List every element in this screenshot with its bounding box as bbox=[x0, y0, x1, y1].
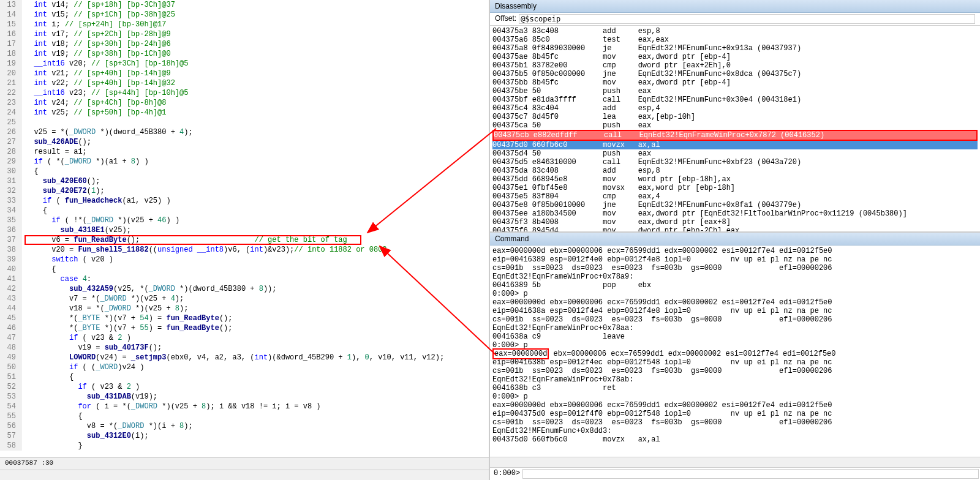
disasm-line[interactable]: 004375e5 83f804 cmp eax,4 bbox=[492, 192, 978, 201]
code-line-50[interactable]: 50 if ( (_WORD)v24 ) bbox=[0, 362, 489, 372]
command-input[interactable] bbox=[522, 469, 979, 479]
code-line-14[interactable]: 14 int v15; // [sp+1Ch] [bp-38h]@25 bbox=[0, 10, 489, 20]
disasm-line[interactable]: 004375e1 0fbf45e8 movsx eax,word ptr [eb… bbox=[492, 184, 978, 192]
code-line-24[interactable]: 24 int v25; // [sp+50h] [bp-4h]@1 bbox=[0, 108, 489, 118]
line-number: 18 bbox=[0, 49, 21, 59]
code-line-44[interactable]: 44 v18 = *(_DWORD *)(v25 + 8); bbox=[0, 304, 489, 313]
disasm-line[interactable]: 004375b5 0f850c000000 jne EqnEdt32!MFEnu… bbox=[492, 70, 978, 78]
disasm-highlight-line[interactable]: 004375cb e882edfdff call EqnEdt32!EqnFra… bbox=[492, 130, 978, 141]
code-text: v7 = *(_DWORD *)(v25 + 4); bbox=[21, 294, 489, 304]
code-line-51[interactable]: 51 { bbox=[0, 372, 489, 382]
disasm-line[interactable]: 004375e8 0f85b0010000 jne EqnEdt32!MFEnu… bbox=[492, 201, 978, 209]
disasm-line[interactable]: 004375ee a180b34500 mov eax,dword ptr [E… bbox=[492, 209, 978, 218]
cmd-line: EqnEdt32!EqnFrameWinProc+0x78a9: bbox=[492, 272, 978, 281]
code-line-17[interactable]: 17 int v18; // [sp+30h] [bp-24h]@6 bbox=[0, 39, 489, 49]
code-listing[interactable]: 13 int v14; // [sp+18h] [bp-3Ch]@3714 in… bbox=[0, 0, 489, 457]
disasm-line[interactable]: 004375f6 8945d4 mov dword ptr [ebp-2Ch],… bbox=[492, 227, 978, 231]
code-line-52[interactable]: 52 if ( v23 & 2 ) bbox=[0, 382, 489, 392]
code-line-46[interactable]: 46 *(_BYTE *)(v7 + 55) = fun_ReadByte(); bbox=[0, 323, 489, 333]
offset-input[interactable] bbox=[519, 14, 975, 24]
code-line-20[interactable]: 20 int v21; // [sp+40h] [bp-14h]@9 bbox=[0, 69, 489, 78]
code-line-49[interactable]: 49 LOWORD(v24) = _setjmp3(ebx0, v4, a2, … bbox=[0, 353, 489, 362]
code-line-27[interactable]: 27 sub_426ADE(); bbox=[0, 137, 489, 147]
disasm-line[interactable]: 004375d5 e846310000 call EqnEdt32!MFEnum… bbox=[492, 158, 978, 167]
disasm-line[interactable]: 004375a6 85c0 test eax,eax bbox=[492, 36, 978, 44]
disasm-line[interactable]: 004375f3 8b4008 mov eax,dword ptr [eax+8… bbox=[492, 218, 978, 227]
disasm-line[interactable]: 004375dd 668945e8 mov word ptr [ebp-18h]… bbox=[492, 175, 978, 184]
disasm-line[interactable]: 004375ca 50 push eax bbox=[492, 121, 978, 130]
disasm-line[interactable]: 004375be 50 push eax bbox=[492, 87, 978, 96]
code-line-43[interactable]: 43 v7 = *(_DWORD *)(v25 + 4); bbox=[0, 294, 489, 304]
disasm-line[interactable]: 004375a3 83c408 add esp,8 bbox=[492, 27, 978, 36]
code-line-42[interactable]: 42 sub_432A59(v25, *(_DWORD *)(dword_45B… bbox=[0, 284, 489, 294]
code-line-53[interactable]: 53 sub_431DAB(v19); bbox=[0, 392, 489, 402]
code-line-15[interactable]: 15 int i; // [sp+24h] [bp-30h]@17 bbox=[0, 20, 489, 29]
code-line-36[interactable]: 36 sub_4318E1(v25); bbox=[0, 225, 489, 235]
line-number: 19 bbox=[0, 59, 21, 69]
code-line-26[interactable]: 26 v25 = *(_DWORD *)(dword_45B380 + 4); bbox=[0, 127, 489, 137]
command-output[interactable]: eax=0000000d ebx=00000006 ecx=76599dd1 e… bbox=[490, 246, 980, 457]
code-line-54[interactable]: 54 for ( i = *(_DWORD *)(v25 + 8); i && … bbox=[0, 402, 489, 411]
cmd-line: eip=00416389 esp=0012f4e0 ebp=0012f4e8 i… bbox=[492, 255, 978, 264]
code-text: int v25; // [sp+50h] [bp-4h]@1 bbox=[21, 108, 489, 118]
line-number: 33 bbox=[0, 196, 21, 206]
code-text: v20 = Fun_shell5_11882((unsigned __int8)… bbox=[21, 245, 489, 255]
disasm-line[interactable]: 004375da 83c408 add esp,8 bbox=[492, 167, 978, 175]
code-text: } bbox=[21, 441, 489, 451]
cmd-line: EqnEdt32!MFEnumFunc+0x8dd3: bbox=[492, 427, 978, 435]
code-line-31[interactable]: 31 sub_420E60(); bbox=[0, 176, 489, 186]
code-line-40[interactable]: 40 { bbox=[0, 264, 489, 274]
code-text: v25 = *(_DWORD *)(dword_45B380 + 4); bbox=[21, 127, 489, 137]
disasm-line[interactable]: 004375bb 8b45fc mov eax,dword ptr [ebp-4… bbox=[492, 78, 978, 87]
code-line-35[interactable]: 35 if ( !*(_DWORD *)(v25 + 46) ) bbox=[0, 216, 489, 225]
code-line-37[interactable]: 37 v6 = fun_ReadByte(); // get the bit o… bbox=[0, 235, 489, 245]
disasm-line[interactable]: 004375b1 83782e00 cmp dword ptr [eax+2Eh… bbox=[492, 61, 978, 70]
line-number: 16 bbox=[0, 29, 21, 39]
disasm-selected-line[interactable]: 004375d0 660fb6c0 movzx ax,al bbox=[492, 141, 978, 149]
code-text: if ( (_WORD)v24 ) bbox=[21, 362, 489, 372]
code-line-19[interactable]: 19 __int16 v20; // [sp+3Ch] [bp-18h]@5 bbox=[0, 59, 489, 69]
code-line-48[interactable]: 48 v19 = sub_40173F(); bbox=[0, 343, 489, 353]
code-line-45[interactable]: 45 *(_BYTE *)(v7 + 54) = fun_ReadByte(); bbox=[0, 313, 489, 323]
code-line-28[interactable]: 28 result = a1; bbox=[0, 147, 489, 157]
code-line-13[interactable]: 13 int v14; // [sp+18h] [bp-3Ch]@37 bbox=[0, 0, 489, 10]
code-line-30[interactable]: 30 { bbox=[0, 167, 489, 176]
horizontal-scrollbar[interactable] bbox=[0, 470, 489, 480]
code-line-58[interactable]: 58 } bbox=[0, 441, 489, 451]
disasm-line[interactable]: 004375a8 0f8489030000 je EqnEdt32!MFEnum… bbox=[492, 44, 978, 53]
code-line-23[interactable]: 23 int v24; // [sp+4Ch] [bp-8h]@8 bbox=[0, 98, 489, 108]
code-line-22[interactable]: 22 __int16 v23; // [sp+44h] [bp-10h]@5 bbox=[0, 88, 489, 98]
disassembly-listing[interactable]: 004375a3 83c408 add esp,8004375a6 85c0 t… bbox=[490, 26, 980, 231]
code-line-39[interactable]: 39 switch ( v20 ) bbox=[0, 255, 489, 264]
disassembly-header: Disassembly bbox=[490, 0, 980, 13]
disasm-line[interactable]: 004375ae 8b45fc mov eax,dword ptr [ebp-4… bbox=[492, 53, 978, 61]
disasm-line[interactable]: 004375bf e81da3ffff call EqnEdt32!MFEnum… bbox=[492, 96, 978, 104]
line-number: 44 bbox=[0, 304, 21, 313]
command-hscroll[interactable] bbox=[490, 457, 980, 467]
disasm-line[interactable]: 004375d4 50 push eax bbox=[492, 149, 978, 158]
cmd-line: cs=001b ss=0023 ds=0023 es=0023 fs=003b … bbox=[492, 367, 978, 375]
line-number: 20 bbox=[0, 69, 21, 78]
code-line-16[interactable]: 16 int v17; // [sp+2Ch] [bp-28h]@9 bbox=[0, 29, 489, 39]
code-line-25[interactable]: 25 bbox=[0, 118, 489, 127]
code-line-41[interactable]: 41 case 4: bbox=[0, 274, 489, 284]
code-line-56[interactable]: 56 v8 = *(_DWORD *)(i + 8); bbox=[0, 421, 489, 431]
code-line-33[interactable]: 33 if ( fun_Headcheck(a1, v25) ) bbox=[0, 196, 489, 206]
disasm-line[interactable]: 004375c4 83c404 add esp,4 bbox=[492, 104, 978, 113]
code-text: v6 = fun_ReadByte(); // get the bit of t… bbox=[21, 235, 489, 245]
code-line-47[interactable]: 47 if ( v23 & 2 ) bbox=[0, 333, 489, 343]
code-line-29[interactable]: 29 if ( *(_DWORD *)(a1 + 8) ) bbox=[0, 157, 489, 167]
disasm-line[interactable]: 004375c7 8d45f0 lea eax,[ebp-10h] bbox=[492, 113, 978, 121]
code-text: sub_432A59(v25, *(_DWORD *)(dword_45B380… bbox=[21, 284, 489, 294]
code-line-55[interactable]: 55 { bbox=[0, 411, 489, 421]
line-number: 38 bbox=[0, 245, 21, 255]
code-text: v19 = sub_40173F(); bbox=[21, 343, 489, 353]
code-line-34[interactable]: 34 { bbox=[0, 206, 489, 216]
code-line-32[interactable]: 32 sub_420E72(1); bbox=[0, 186, 489, 196]
code-line-38[interactable]: 38 v20 = Fun_shell5_11882((unsigned __in… bbox=[0, 245, 489, 255]
code-line-57[interactable]: 57 sub_4312E0(i); bbox=[0, 431, 489, 441]
code-line-18[interactable]: 18 int v19; // [sp+38h] [bp-1Ch]@0 bbox=[0, 49, 489, 59]
line-number: 13 bbox=[0, 0, 21, 10]
line-number: 46 bbox=[0, 323, 21, 333]
code-line-21[interactable]: 21 int v22; // [sp+40h] [bp-14h]@32 bbox=[0, 78, 489, 88]
